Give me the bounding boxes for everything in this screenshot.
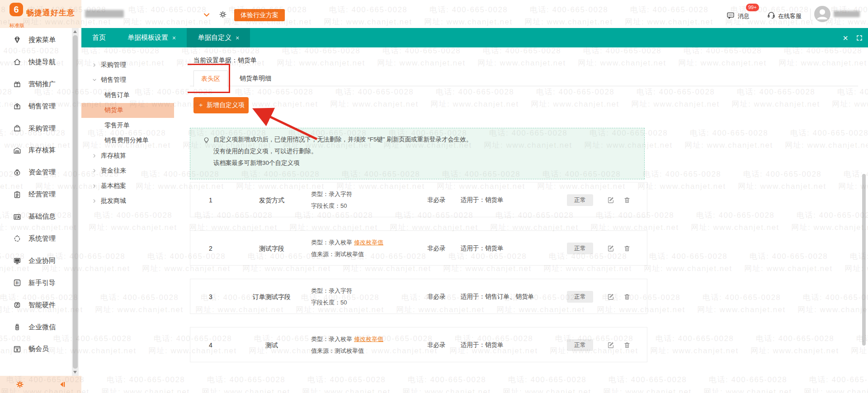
tab-detail-zone[interactable]: 销货单明细	[240, 70, 271, 86]
tree-item[interactable]: 资金往来	[81, 164, 188, 179]
tab-close-icon[interactable]: ×	[236, 35, 239, 41]
row-required: 非必录	[427, 328, 446, 363]
member-icon	[13, 345, 22, 354]
sidebar-item-14[interactable]: 企业微信	[0, 316, 71, 338]
custom-field-panel: 当前设置单据：销货单 表头区 销货单明细 ＋ 新增自定义项 自定义项新增成功后，…	[188, 47, 868, 393]
table-row: 2 测试字段 类型：录入枚举修改枚举值 值来源：测试枚举值 非必录 适用于：销货…	[190, 230, 647, 266]
row-field-name: 测试	[236, 328, 308, 363]
edit-icon[interactable]	[607, 196, 615, 204]
tree-item[interactable]: 零售开单	[81, 118, 188, 133]
sidebar-item-3[interactable]: 营销推广	[0, 73, 71, 95]
sidebar-item-4[interactable]: 销售管理	[0, 95, 71, 117]
sidebar-item-15[interactable]: 畅会员	[0, 338, 71, 360]
tab-close-icon[interactable]: ×	[172, 35, 176, 41]
modify-enum-link[interactable]: 修改枚举值	[354, 336, 383, 342]
tab-header-zone[interactable]: 表头区	[193, 70, 228, 87]
chip-icon	[13, 300, 22, 309]
row-required: 非必录	[427, 231, 446, 266]
tab[interactable]: 单据自定义 ×	[187, 28, 250, 47]
messages-label[interactable]: 消息	[738, 12, 750, 20]
tree-item[interactable]: 批发商城	[81, 194, 188, 209]
row-field-name: 订单测试字段	[236, 279, 308, 314]
tree-item[interactable]: 销售管理	[81, 73, 188, 88]
sidebar-item-11[interactable]: 企业协同	[0, 250, 71, 272]
sidebar-scrollbar-thumb[interactable]	[73, 35, 78, 369]
chevron-right-icon	[91, 183, 98, 189]
edit-icon[interactable]	[607, 341, 615, 349]
chanjet-logo-icon: 6	[9, 3, 24, 18]
brand-edition-label: 标准版	[9, 22, 24, 29]
scroll-down-icon[interactable]	[73, 371, 77, 374]
fullscreen-icon[interactable]	[855, 34, 863, 42]
sidebar-item-2[interactable]: 快捷导航	[0, 51, 71, 73]
status-badge[interactable]: 正常	[567, 194, 593, 206]
tree-item[interactable]: 库存核算	[81, 148, 188, 164]
row-meta: 类型：录入枚举修改枚举值 值来源：测试枚举值	[311, 333, 383, 357]
settings-gear-icon[interactable]	[218, 10, 227, 19]
notice-line: 没有使用的自定义项，可以进行删除。	[202, 145, 644, 157]
pouch-icon	[13, 168, 22, 177]
edit-icon[interactable]	[607, 293, 615, 301]
delete-icon[interactable]	[623, 341, 631, 349]
tab[interactable]: 首页	[81, 28, 117, 47]
document-tabbar: 首页 单据模板设置 × 单据自定义 × ×	[81, 28, 868, 47]
collapse-sidebar-icon[interactable]	[58, 380, 67, 389]
row-applies: 适用于：销货单	[461, 328, 504, 363]
status-badge[interactable]: 正常	[567, 291, 593, 303]
row-index: 2	[203, 231, 218, 266]
delete-icon[interactable]	[623, 244, 631, 253]
syscircle-icon	[13, 234, 22, 243]
close-icon[interactable]: ×	[843, 33, 848, 42]
sidebar-item-7[interactable]: 资金管理	[0, 161, 71, 183]
row-index: 4	[203, 328, 218, 363]
tab[interactable]: 单据模板设置 ×	[117, 28, 187, 47]
scroll-up-icon[interactable]	[73, 30, 77, 33]
subtab-underline	[190, 86, 858, 86]
edit-icon[interactable]	[607, 244, 615, 253]
trial-industry-plan-button[interactable]: 体验行业方案	[234, 9, 285, 21]
row-applies: 适用于：销货单	[461, 231, 504, 266]
row-field-name: 测试字段	[236, 231, 308, 266]
sell-icon	[13, 102, 22, 111]
status-badge[interactable]: 正常	[567, 339, 593, 351]
tabbar-actions: ×	[843, 28, 863, 47]
tree-item[interactable]: 销货单	[81, 103, 174, 118]
headset-icon[interactable]	[767, 10, 776, 19]
user-avatar[interactable]	[814, 6, 830, 22]
sidebar-item-9[interactable]: 基础信息	[0, 206, 71, 228]
notice-line: 该档案最多可新增30个自定义项	[202, 157, 644, 169]
delete-icon[interactable]	[623, 293, 631, 301]
status-badge[interactable]: 正常	[567, 243, 593, 254]
sidebar-scrollbar[interactable]	[72, 28, 79, 376]
lightbulb-icon	[202, 136, 211, 144]
sidebar-item-10[interactable]: 系统管理	[0, 228, 71, 250]
sidebar-settings-gear-icon[interactable]	[15, 380, 24, 389]
row-index: 1	[203, 182, 218, 218]
username-redacted	[834, 11, 860, 17]
sidebar-item-12[interactable]: 新 新手引导	[0, 272, 71, 294]
content-scrollbar-thumb[interactable]	[862, 174, 866, 346]
brand-area: 6 畅捷通好生意 标准版	[0, 0, 81, 28]
add-custom-field-button[interactable]: ＋ 新增自定义项	[193, 97, 249, 113]
row-meta: 类型：录入字符 字段长度：50	[311, 285, 352, 309]
table-row: 3 订单测试字段 类型：录入字符 字段长度：50 非必录 适用于：销售订单、销货…	[190, 279, 647, 314]
tree-item[interactable]: 销售订单	[81, 88, 188, 103]
tree-item[interactable]: 销售费用分摊单	[81, 133, 188, 149]
tree-item[interactable]: 采购管理	[81, 57, 188, 73]
online-support-label[interactable]: 在线客服	[778, 12, 802, 20]
tip-notice-box: 自定义项新增成功后，已使用情况下，无法删除，并须按 “F5键” 刷新页面或重新登…	[190, 128, 645, 179]
sidebar-item-5[interactable]: 采购管理	[0, 117, 71, 140]
chevron-right-icon	[91, 62, 98, 68]
row-meta: 类型：录入枚举修改枚举值 值来源：测试枚举值	[311, 237, 383, 260]
chevron-down-icon[interactable]	[202, 10, 211, 19]
custom-field-list: 1 发货方式 类型：录入字符 字段长度：50 非必录 适用于：销货单 正常 2 …	[190, 182, 647, 375]
modify-enum-link[interactable]: 修改枚举值	[354, 239, 383, 246]
delete-icon[interactable]	[623, 196, 631, 204]
sidebar-item-13[interactable]: 智能硬件	[0, 294, 71, 316]
sidebar-item-8[interactable]: 经营管理	[0, 183, 71, 206]
tree-item[interactable]: 基本档案	[81, 178, 188, 194]
sidebar-item-6[interactable]: 库存核算	[0, 139, 71, 161]
sidebar-item-1[interactable]: 搜索菜单	[0, 29, 71, 51]
message-bubble-icon[interactable]	[726, 11, 735, 20]
main-sidebar: 搜索菜单 快捷导航 营销推广 销售管理 采购管理 库存核算 资金管理 经营管理 …	[0, 28, 81, 393]
